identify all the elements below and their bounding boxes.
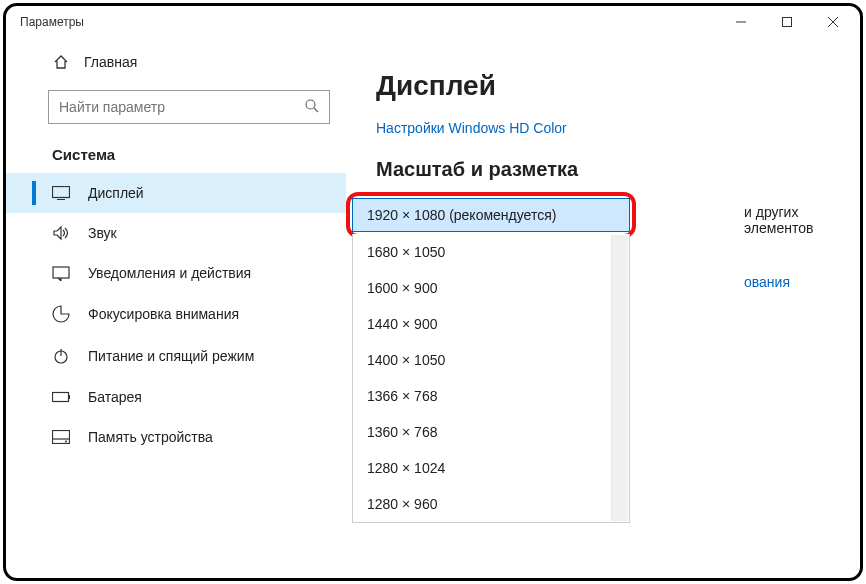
maximize-icon <box>782 17 792 27</box>
nav-list: Дисплей Звук Уведомления и действия Фоку… <box>6 173 346 457</box>
svg-point-4 <box>306 100 315 109</box>
resolution-dropdown: 1920 × 1080 (рекомендуется) 1680 × 1050 … <box>344 192 630 523</box>
svg-point-15 <box>65 441 67 443</box>
svg-line-5 <box>314 108 318 112</box>
resolution-option[interactable]: 1280 × 960 <box>353 486 629 522</box>
sidebar-item-label: Фокусировка внимания <box>88 306 239 322</box>
sidebar-item-battery[interactable]: Батарея <box>6 377 346 417</box>
notifications-icon <box>52 265 70 281</box>
sidebar-item-notifications[interactable]: Уведомления и действия <box>6 253 346 293</box>
resolution-option[interactable]: 1600 × 900 <box>353 270 629 306</box>
sidebar-item-label: Память устройства <box>88 429 213 445</box>
minimize-button[interactable] <box>718 6 764 38</box>
sidebar-item-storage[interactable]: Память устройства <box>6 417 346 457</box>
sidebar-item-label: Уведомления и действия <box>88 265 251 281</box>
sidebar-item-power[interactable]: Питание и спящий режим <box>6 335 346 377</box>
resolution-selected[interactable]: 1920 × 1080 (рекомендуется) <box>352 198 630 232</box>
battery-icon <box>52 391 70 403</box>
window-controls <box>718 6 856 38</box>
sidebar-item-label: Дисплей <box>88 185 144 201</box>
window-title: Параметры <box>20 15 84 29</box>
resolution-option[interactable]: 1440 × 900 <box>353 306 629 342</box>
section-title: Масштаб и разметка <box>376 158 836 181</box>
window: Параметры Главная <box>3 3 863 581</box>
home-icon <box>52 54 70 70</box>
sound-icon <box>52 225 70 241</box>
svg-rect-12 <box>69 395 70 399</box>
titlebar: Параметры <box>6 6 860 38</box>
sidebar-item-display[interactable]: Дисплей <box>6 173 346 213</box>
display-icon <box>52 186 70 200</box>
maximize-button[interactable] <box>764 6 810 38</box>
content-pane: Дисплей Настройки Windows HD Color Масшт… <box>346 38 860 578</box>
svg-rect-6 <box>53 187 70 198</box>
power-icon <box>52 347 70 365</box>
hd-color-link[interactable]: Настройки Windows HD Color <box>376 120 836 136</box>
resolution-option[interactable]: 1360 × 768 <box>353 414 629 450</box>
app-body: Главная Система Дисплей Звук <box>6 38 860 578</box>
page-title: Дисплей <box>376 70 836 102</box>
svg-rect-8 <box>53 267 69 278</box>
sidebar-item-focus[interactable]: Фокусировка внимания <box>6 293 346 335</box>
search-wrap <box>48 90 330 124</box>
storage-icon <box>52 430 70 444</box>
home-nav[interactable]: Главная <box>6 44 346 80</box>
trailing-text: и других элементов <box>744 204 860 236</box>
close-button[interactable] <box>810 6 856 38</box>
resolution-options-list: 1680 × 1050 1600 × 900 1440 × 900 1400 ×… <box>352 234 630 523</box>
minimize-icon <box>736 17 746 27</box>
sidebar-item-label: Батарея <box>88 389 142 405</box>
svg-rect-11 <box>53 393 69 402</box>
search-input[interactable] <box>48 90 330 124</box>
close-icon <box>828 17 838 27</box>
search-icon <box>304 98 320 114</box>
resolution-option[interactable]: 1280 × 1024 <box>353 450 629 486</box>
resolution-option[interactable]: 1366 × 768 <box>353 378 629 414</box>
annotation-highlight: 1920 × 1080 (рекомендуется) <box>346 192 636 238</box>
sidebar-item-label: Звук <box>88 225 117 241</box>
resolution-option[interactable]: 1680 × 1050 <box>353 234 629 270</box>
sidebar-item-sound[interactable]: Звук <box>6 213 346 253</box>
sidebar-item-label: Питание и спящий режим <box>88 348 254 364</box>
sidebar: Главная Система Дисплей Звук <box>6 38 346 578</box>
svg-rect-1 <box>783 18 792 27</box>
home-label: Главная <box>84 54 137 70</box>
sidebar-section-title: Система <box>6 140 346 173</box>
resolution-option[interactable]: 1400 × 1050 <box>353 342 629 378</box>
partial-link[interactable]: ования <box>744 274 790 290</box>
focus-icon <box>52 305 70 323</box>
